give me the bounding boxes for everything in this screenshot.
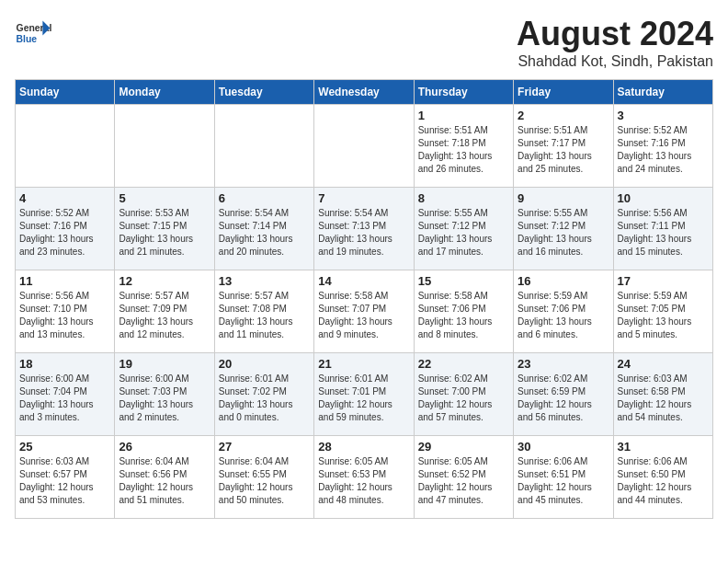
calendar-week-row: 18Sunrise: 6:00 AM Sunset: 7:04 PM Dayli… xyxy=(16,353,713,436)
day-number: 2 xyxy=(518,109,609,122)
table-row: 4Sunrise: 5:52 AM Sunset: 7:16 PM Daylig… xyxy=(16,188,115,270)
day-info: Sunrise: 5:59 AM Sunset: 7:06 PM Dayligh… xyxy=(518,290,609,341)
day-info: Sunrise: 6:03 AM Sunset: 6:57 PM Dayligh… xyxy=(19,455,110,507)
day-number: 14 xyxy=(318,274,409,288)
day-number: 31 xyxy=(618,440,709,454)
day-info: Sunrise: 5:57 AM Sunset: 7:09 PM Dayligh… xyxy=(119,290,210,341)
table-row: 24Sunrise: 6:03 AM Sunset: 6:58 PM Dayli… xyxy=(613,353,712,436)
table-row: 6Sunrise: 5:54 AM Sunset: 7:14 PM Daylig… xyxy=(214,188,313,270)
day-number: 8 xyxy=(418,191,509,205)
day-number: 13 xyxy=(219,274,310,288)
table-row: 1Sunrise: 5:51 AM Sunset: 7:18 PM Daylig… xyxy=(414,105,513,188)
table-row: 3Sunrise: 5:52 AM Sunset: 7:16 PM Daylig… xyxy=(613,105,712,188)
header-wednesday: Wednesday xyxy=(314,80,414,105)
day-number: 1 xyxy=(418,109,509,122)
day-info: Sunrise: 5:59 AM Sunset: 7:05 PM Dayligh… xyxy=(618,290,709,341)
calendar-week-row: 1Sunrise: 5:51 AM Sunset: 7:18 PM Daylig… xyxy=(16,105,713,188)
table-row: 11Sunrise: 5:56 AM Sunset: 7:10 PM Dayli… xyxy=(16,270,115,353)
table-row: 8Sunrise: 5:55 AM Sunset: 7:12 PM Daylig… xyxy=(414,188,513,270)
day-info: Sunrise: 6:06 AM Sunset: 6:51 PM Dayligh… xyxy=(518,455,609,507)
day-info: Sunrise: 6:00 AM Sunset: 7:04 PM Dayligh… xyxy=(19,373,110,424)
day-number: 19 xyxy=(119,357,210,371)
table-row: 25Sunrise: 6:03 AM Sunset: 6:57 PM Dayli… xyxy=(16,436,115,519)
table-row xyxy=(115,105,214,188)
table-row xyxy=(214,105,313,188)
calendar-table: Sunday Monday Tuesday Wednesday Thursday… xyxy=(15,79,713,519)
table-row: 7Sunrise: 5:54 AM Sunset: 7:13 PM Daylig… xyxy=(314,188,414,270)
day-info: Sunrise: 6:05 AM Sunset: 6:53 PM Dayligh… xyxy=(318,455,409,507)
table-row xyxy=(314,105,414,188)
day-number: 29 xyxy=(418,440,509,454)
day-info: Sunrise: 6:04 AM Sunset: 6:55 PM Dayligh… xyxy=(219,455,310,507)
header-sunday: Sunday xyxy=(16,80,115,105)
table-row: 17Sunrise: 5:59 AM Sunset: 7:05 PM Dayli… xyxy=(613,270,712,353)
month-title: August 2024 xyxy=(517,15,713,53)
day-info: Sunrise: 5:51 AM Sunset: 7:18 PM Dayligh… xyxy=(418,124,509,176)
calendar-week-row: 11Sunrise: 5:56 AM Sunset: 7:10 PM Dayli… xyxy=(16,270,713,353)
day-number: 26 xyxy=(119,440,210,454)
day-number: 12 xyxy=(119,274,210,288)
day-info: Sunrise: 5:53 AM Sunset: 7:15 PM Dayligh… xyxy=(119,207,210,259)
day-info: Sunrise: 5:56 AM Sunset: 7:11 PM Dayligh… xyxy=(618,207,709,259)
day-info: Sunrise: 5:56 AM Sunset: 7:10 PM Dayligh… xyxy=(19,290,110,341)
day-number: 24 xyxy=(618,357,709,371)
day-info: Sunrise: 6:03 AM Sunset: 6:58 PM Dayligh… xyxy=(618,373,709,424)
day-number: 15 xyxy=(418,274,509,288)
table-row: 18Sunrise: 6:00 AM Sunset: 7:04 PM Dayli… xyxy=(16,353,115,436)
header-friday: Friday xyxy=(514,80,613,105)
day-number: 9 xyxy=(518,191,609,205)
day-info: Sunrise: 5:55 AM Sunset: 7:12 PM Dayligh… xyxy=(518,207,609,259)
day-number: 21 xyxy=(318,357,409,371)
header-monday: Monday xyxy=(115,80,214,105)
day-number: 4 xyxy=(19,191,110,205)
header-saturday: Saturday xyxy=(613,80,712,105)
day-number: 18 xyxy=(19,357,110,371)
day-number: 16 xyxy=(518,274,609,288)
day-number: 11 xyxy=(19,274,110,288)
day-number: 10 xyxy=(618,191,709,205)
day-number: 20 xyxy=(219,357,310,371)
day-info: Sunrise: 6:01 AM Sunset: 7:01 PM Dayligh… xyxy=(318,373,409,424)
day-number: 6 xyxy=(219,191,310,205)
day-number: 17 xyxy=(618,274,709,288)
day-number: 7 xyxy=(318,191,409,205)
table-row: 30Sunrise: 6:06 AM Sunset: 6:51 PM Dayli… xyxy=(514,436,613,519)
day-info: Sunrise: 5:58 AM Sunset: 7:07 PM Dayligh… xyxy=(318,290,409,341)
svg-text:Blue: Blue xyxy=(17,34,38,44)
table-row: 20Sunrise: 6:01 AM Sunset: 7:02 PM Dayli… xyxy=(214,353,313,436)
table-row: 27Sunrise: 6:04 AM Sunset: 6:55 PM Dayli… xyxy=(214,436,313,519)
day-number: 28 xyxy=(318,440,409,454)
day-number: 5 xyxy=(119,191,210,205)
table-row: 2Sunrise: 5:51 AM Sunset: 7:17 PM Daylig… xyxy=(514,105,613,188)
table-row: 23Sunrise: 6:02 AM Sunset: 6:59 PM Dayli… xyxy=(514,353,613,436)
table-row: 28Sunrise: 6:05 AM Sunset: 6:53 PM Dayli… xyxy=(314,436,414,519)
day-number: 27 xyxy=(219,440,310,454)
table-row: 31Sunrise: 6:06 AM Sunset: 6:50 PM Dayli… xyxy=(613,436,712,519)
calendar-week-row: 25Sunrise: 6:03 AM Sunset: 6:57 PM Dayli… xyxy=(16,436,713,519)
day-info: Sunrise: 5:55 AM Sunset: 7:12 PM Dayligh… xyxy=(418,207,509,259)
day-info: Sunrise: 6:05 AM Sunset: 6:52 PM Dayligh… xyxy=(418,455,509,507)
logo: General Blue xyxy=(15,15,55,52)
calendar-header-row: Sunday Monday Tuesday Wednesday Thursday… xyxy=(16,80,713,105)
day-info: Sunrise: 5:52 AM Sunset: 7:16 PM Dayligh… xyxy=(19,207,110,259)
table-row: 26Sunrise: 6:04 AM Sunset: 6:56 PM Dayli… xyxy=(115,436,214,519)
title-block: August 2024 Shahdad Kot, Sindh, Pakistan xyxy=(517,15,713,70)
table-row: 15Sunrise: 5:58 AM Sunset: 7:06 PM Dayli… xyxy=(414,270,513,353)
table-row: 22Sunrise: 6:02 AM Sunset: 7:00 PM Dayli… xyxy=(414,353,513,436)
day-info: Sunrise: 5:52 AM Sunset: 7:16 PM Dayligh… xyxy=(618,124,709,176)
table-row: 29Sunrise: 6:05 AM Sunset: 6:52 PM Dayli… xyxy=(414,436,513,519)
table-row xyxy=(16,105,115,188)
table-row: 10Sunrise: 5:56 AM Sunset: 7:11 PM Dayli… xyxy=(613,188,712,270)
table-row: 19Sunrise: 6:00 AM Sunset: 7:03 PM Dayli… xyxy=(115,353,214,436)
table-row: 14Sunrise: 5:58 AM Sunset: 7:07 PM Dayli… xyxy=(314,270,414,353)
day-info: Sunrise: 6:06 AM Sunset: 6:50 PM Dayligh… xyxy=(618,455,709,507)
day-info: Sunrise: 6:02 AM Sunset: 7:00 PM Dayligh… xyxy=(418,373,509,424)
day-number: 22 xyxy=(418,357,509,371)
day-number: 23 xyxy=(518,357,609,371)
day-info: Sunrise: 5:58 AM Sunset: 7:06 PM Dayligh… xyxy=(418,290,509,341)
day-info: Sunrise: 6:02 AM Sunset: 6:59 PM Dayligh… xyxy=(518,373,609,424)
day-info: Sunrise: 6:01 AM Sunset: 7:02 PM Dayligh… xyxy=(219,373,310,424)
day-info: Sunrise: 5:51 AM Sunset: 7:17 PM Dayligh… xyxy=(518,124,609,176)
day-number: 25 xyxy=(19,440,110,454)
day-number: 3 xyxy=(618,109,709,122)
